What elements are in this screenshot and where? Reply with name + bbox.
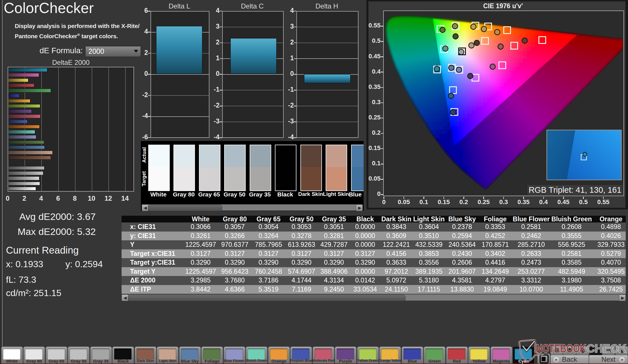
svg-text:CHECK: CHECK	[587, 342, 626, 355]
svg-text:NOTEBOOK: NOTEBOOK	[536, 342, 586, 355]
